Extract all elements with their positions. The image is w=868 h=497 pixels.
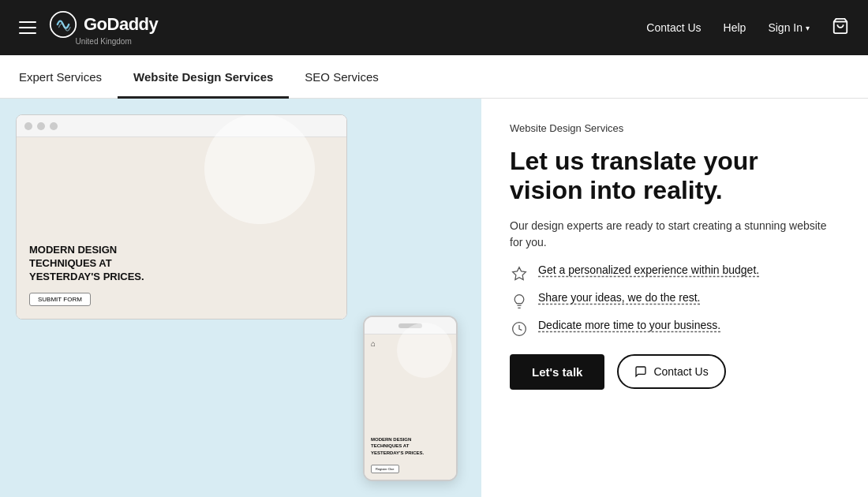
- cta-row: Let's talk Contact Us: [510, 354, 840, 390]
- star-icon: [510, 264, 529, 283]
- headline-line2: vision into reality.: [510, 176, 723, 204]
- editor-text-block: MODERN DESIGNTECHNIQUES ATYESTERDAY'S PR…: [29, 244, 144, 306]
- tab-website-design-services[interactable]: Website Design Services: [118, 55, 289, 99]
- contact-us-label: Contact Us: [653, 365, 708, 378]
- svg-marker-2: [513, 267, 526, 279]
- logo-subtitle: United Kingdom: [76, 37, 132, 46]
- logo-area: GoDaddy United Kingdom: [49, 10, 158, 46]
- left-panel: ⌂ T A Change Font ▾ MODERN DESIGNTECHNIQ…: [0, 99, 481, 497]
- section-label: Website Design Services: [510, 122, 840, 134]
- logo-text: GoDaddy: [84, 14, 158, 35]
- contact-us-nav-link[interactable]: Contact Us: [646, 21, 701, 34]
- feature-item-2: Dedicate more time to your business.: [510, 319, 840, 338]
- logo-icon[interactable]: GoDaddy: [49, 10, 158, 39]
- mobile-headline: MODERN DESIGNTECHNIQUES ATYESTERDAY'S PR…: [371, 436, 424, 456]
- header-left: GoDaddy United Kingdom: [19, 10, 158, 46]
- mobile-preview: ⌂ MODERN DESIGNTECHNIQUES ATYESTERDAY'S …: [363, 316, 458, 481]
- lets-talk-button[interactable]: Let's talk: [510, 354, 604, 390]
- header-right: Contact Us Help Sign In ▾: [646, 17, 849, 38]
- godaddy-swirl-icon: [49, 10, 77, 39]
- feature-text-2: Dedicate more time to your business.: [538, 319, 720, 331]
- mobile-circle: [397, 323, 452, 378]
- editor-dot-1: [24, 122, 32, 130]
- header: GoDaddy United Kingdom Contact Us Help S…: [0, 0, 868, 55]
- hamburger-menu[interactable]: [19, 21, 36, 34]
- chevron-down-icon: ▾: [806, 24, 810, 32]
- contact-us-button[interactable]: Contact Us: [617, 354, 725, 389]
- editor-submit-button[interactable]: SUBMIT FORM: [29, 293, 91, 306]
- cart-icon[interactable]: [832, 17, 849, 38]
- sign-in-button[interactable]: Sign In ▾: [768, 21, 810, 34]
- editor-preview: ⌂ T A Change Font ▾ MODERN DESIGNTECHNIQ…: [16, 114, 347, 320]
- main-content: ⌂ T A Change Font ▾ MODERN DESIGNTECHNIQ…: [0, 99, 868, 497]
- mobile-home-icon: ⌂: [371, 339, 376, 348]
- help-nav-link[interactable]: Help: [724, 21, 746, 34]
- editor-dot-2: [37, 122, 45, 130]
- feature-item-1: Share your ideas, we do the rest.: [510, 291, 840, 311]
- editor-dot-3: [50, 122, 58, 130]
- feature-item-0: Get a personalized experience within bud…: [510, 263, 840, 283]
- chat-icon: [634, 365, 647, 378]
- editor-body: MODERN DESIGNTECHNIQUES ATYESTERDAY'S PR…: [17, 137, 346, 319]
- section-headline: Let us translate your vision into realit…: [510, 147, 840, 205]
- nav-tabs: Expert Services Website Design Services …: [0, 55, 868, 99]
- sign-in-label: Sign In: [768, 21, 803, 34]
- feature-text-1: Share your ideas, we do the rest.: [538, 291, 700, 304]
- editor-headline: MODERN DESIGNTECHNIQUES ATYESTERDAY'S PR…: [29, 244, 144, 284]
- clock-icon: [510, 320, 529, 338]
- right-panel: Website Design Services Let us translate…: [481, 99, 868, 497]
- mobile-body: ⌂ MODERN DESIGNTECHNIQUES ATYESTERDAY'S …: [365, 334, 456, 480]
- editor-decorative-circle: [204, 114, 315, 224]
- section-description: Our design experts are ready to start cr…: [510, 218, 840, 251]
- feature-text-0: Get a personalized experience within bud…: [538, 263, 759, 276]
- mobile-register-button[interactable]: Register One: [371, 465, 399, 473]
- bulb-icon: [510, 292, 529, 311]
- tab-seo-services[interactable]: SEO Services: [289, 55, 394, 99]
- headline-line1: Let us translate your: [510, 147, 758, 175]
- feature-list: Get a personalized experience within bud…: [510, 263, 840, 338]
- mobile-text-block: MODERN DESIGNTECHNIQUES ATYESTERDAY'S PR…: [371, 436, 424, 473]
- tab-expert-services[interactable]: Expert Services: [19, 55, 118, 99]
